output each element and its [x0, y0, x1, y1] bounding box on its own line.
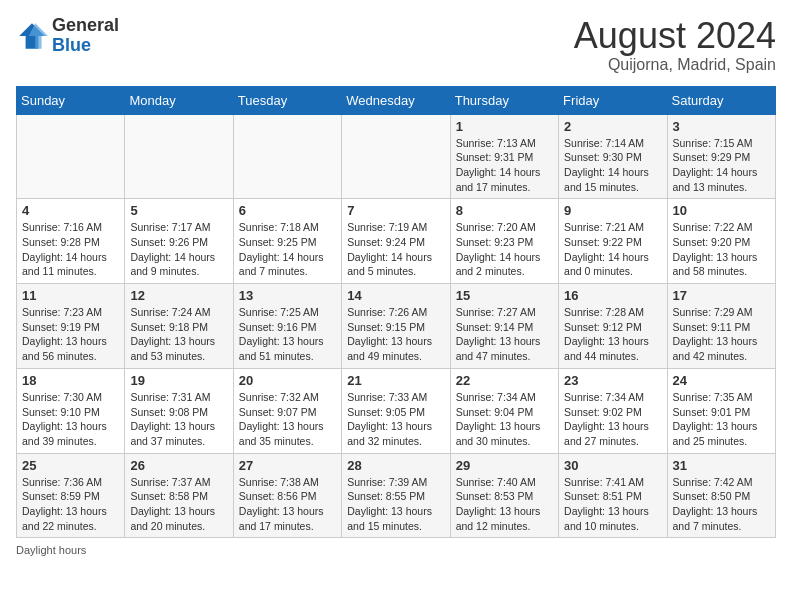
day-info: Sunrise: 7:35 AMSunset: 9:01 PMDaylight:… — [673, 390, 770, 449]
weekday-header: Wednesday — [342, 86, 450, 114]
calendar-cell: 9Sunrise: 7:21 AMSunset: 9:22 PMDaylight… — [559, 199, 667, 284]
day-info: Sunrise: 7:17 AMSunset: 9:26 PMDaylight:… — [130, 220, 227, 279]
calendar-cell: 28Sunrise: 7:39 AMSunset: 8:55 PMDayligh… — [342, 453, 450, 538]
day-info: Sunrise: 7:19 AMSunset: 9:24 PMDaylight:… — [347, 220, 444, 279]
calendar-cell: 4Sunrise: 7:16 AMSunset: 9:28 PMDaylight… — [17, 199, 125, 284]
calendar-cell: 13Sunrise: 7:25 AMSunset: 9:16 PMDayligh… — [233, 284, 341, 369]
weekday-header-row: SundayMondayTuesdayWednesdayThursdayFrid… — [17, 86, 776, 114]
day-number: 13 — [239, 288, 336, 303]
day-number: 20 — [239, 373, 336, 388]
day-number: 23 — [564, 373, 661, 388]
day-info: Sunrise: 7:23 AMSunset: 9:19 PMDaylight:… — [22, 305, 119, 364]
calendar-cell: 29Sunrise: 7:40 AMSunset: 8:53 PMDayligh… — [450, 453, 558, 538]
weekday-header: Friday — [559, 86, 667, 114]
day-info: Sunrise: 7:40 AMSunset: 8:53 PMDaylight:… — [456, 475, 553, 534]
day-number: 9 — [564, 203, 661, 218]
calendar-cell: 8Sunrise: 7:20 AMSunset: 9:23 PMDaylight… — [450, 199, 558, 284]
day-number: 25 — [22, 458, 119, 473]
calendar-cell: 26Sunrise: 7:37 AMSunset: 8:58 PMDayligh… — [125, 453, 233, 538]
day-info: Sunrise: 7:36 AMSunset: 8:59 PMDaylight:… — [22, 475, 119, 534]
day-info: Sunrise: 7:41 AMSunset: 8:51 PMDaylight:… — [564, 475, 661, 534]
calendar-cell: 2Sunrise: 7:14 AMSunset: 9:30 PMDaylight… — [559, 114, 667, 199]
day-info: Sunrise: 7:31 AMSunset: 9:08 PMDaylight:… — [130, 390, 227, 449]
calendar-cell: 23Sunrise: 7:34 AMSunset: 9:02 PMDayligh… — [559, 368, 667, 453]
day-number: 17 — [673, 288, 770, 303]
day-info: Sunrise: 7:32 AMSunset: 9:07 PMDaylight:… — [239, 390, 336, 449]
day-number: 30 — [564, 458, 661, 473]
day-number: 22 — [456, 373, 553, 388]
calendar-cell: 21Sunrise: 7:33 AMSunset: 9:05 PMDayligh… — [342, 368, 450, 453]
day-info: Sunrise: 7:13 AMSunset: 9:31 PMDaylight:… — [456, 136, 553, 195]
day-number: 4 — [22, 203, 119, 218]
calendar-cell: 7Sunrise: 7:19 AMSunset: 9:24 PMDaylight… — [342, 199, 450, 284]
calendar-cell: 12Sunrise: 7:24 AMSunset: 9:18 PMDayligh… — [125, 284, 233, 369]
day-info: Sunrise: 7:21 AMSunset: 9:22 PMDaylight:… — [564, 220, 661, 279]
calendar-week-row: 1Sunrise: 7:13 AMSunset: 9:31 PMDaylight… — [17, 114, 776, 199]
day-number: 7 — [347, 203, 444, 218]
calendar-cell — [342, 114, 450, 199]
day-info: Sunrise: 7:42 AMSunset: 8:50 PMDaylight:… — [673, 475, 770, 534]
calendar-cell: 31Sunrise: 7:42 AMSunset: 8:50 PMDayligh… — [667, 453, 775, 538]
calendar-week-row: 4Sunrise: 7:16 AMSunset: 9:28 PMDaylight… — [17, 199, 776, 284]
day-info: Sunrise: 7:28 AMSunset: 9:12 PMDaylight:… — [564, 305, 661, 364]
calendar-cell: 16Sunrise: 7:28 AMSunset: 9:12 PMDayligh… — [559, 284, 667, 369]
logo-general-text: General — [52, 15, 119, 35]
calendar-week-row: 25Sunrise: 7:36 AMSunset: 8:59 PMDayligh… — [17, 453, 776, 538]
calendar-week-row: 11Sunrise: 7:23 AMSunset: 9:19 PMDayligh… — [17, 284, 776, 369]
day-number: 12 — [130, 288, 227, 303]
weekday-header: Sunday — [17, 86, 125, 114]
calendar-cell: 30Sunrise: 7:41 AMSunset: 8:51 PMDayligh… — [559, 453, 667, 538]
day-number: 26 — [130, 458, 227, 473]
calendar-week-row: 18Sunrise: 7:30 AMSunset: 9:10 PMDayligh… — [17, 368, 776, 453]
day-info: Sunrise: 7:30 AMSunset: 9:10 PMDaylight:… — [22, 390, 119, 449]
day-number: 21 — [347, 373, 444, 388]
day-number: 18 — [22, 373, 119, 388]
weekday-header: Thursday — [450, 86, 558, 114]
day-number: 10 — [673, 203, 770, 218]
day-number: 15 — [456, 288, 553, 303]
day-info: Sunrise: 7:38 AMSunset: 8:56 PMDaylight:… — [239, 475, 336, 534]
footer-note: Daylight hours — [16, 544, 776, 556]
logo: General Blue — [16, 16, 119, 56]
calendar-cell: 17Sunrise: 7:29 AMSunset: 9:11 PMDayligh… — [667, 284, 775, 369]
calendar-cell: 24Sunrise: 7:35 AMSunset: 9:01 PMDayligh… — [667, 368, 775, 453]
calendar-cell: 25Sunrise: 7:36 AMSunset: 8:59 PMDayligh… — [17, 453, 125, 538]
day-number: 19 — [130, 373, 227, 388]
day-number: 16 — [564, 288, 661, 303]
day-info: Sunrise: 7:34 AMSunset: 9:04 PMDaylight:… — [456, 390, 553, 449]
weekday-header: Tuesday — [233, 86, 341, 114]
weekday-header: Saturday — [667, 86, 775, 114]
calendar-cell — [125, 114, 233, 199]
day-info: Sunrise: 7:37 AMSunset: 8:58 PMDaylight:… — [130, 475, 227, 534]
day-info: Sunrise: 7:39 AMSunset: 8:55 PMDaylight:… — [347, 475, 444, 534]
calendar-table: SundayMondayTuesdayWednesdayThursdayFrid… — [16, 86, 776, 539]
logo-blue-text: Blue — [52, 35, 91, 55]
page-header: General Blue August 2024 Quijorna, Madri… — [16, 16, 776, 74]
day-info: Sunrise: 7:15 AMSunset: 9:29 PMDaylight:… — [673, 136, 770, 195]
day-info: Sunrise: 7:25 AMSunset: 9:16 PMDaylight:… — [239, 305, 336, 364]
day-number: 2 — [564, 119, 661, 134]
calendar-cell: 19Sunrise: 7:31 AMSunset: 9:08 PMDayligh… — [125, 368, 233, 453]
calendar-cell: 14Sunrise: 7:26 AMSunset: 9:15 PMDayligh… — [342, 284, 450, 369]
day-number: 1 — [456, 119, 553, 134]
day-number: 28 — [347, 458, 444, 473]
calendar-cell: 1Sunrise: 7:13 AMSunset: 9:31 PMDaylight… — [450, 114, 558, 199]
month-year: August 2024 — [574, 16, 776, 56]
calendar-cell: 5Sunrise: 7:17 AMSunset: 9:26 PMDaylight… — [125, 199, 233, 284]
day-info: Sunrise: 7:34 AMSunset: 9:02 PMDaylight:… — [564, 390, 661, 449]
calendar-cell: 10Sunrise: 7:22 AMSunset: 9:20 PMDayligh… — [667, 199, 775, 284]
calendar-cell: 6Sunrise: 7:18 AMSunset: 9:25 PMDaylight… — [233, 199, 341, 284]
day-number: 3 — [673, 119, 770, 134]
logo-icon — [16, 20, 48, 52]
day-info: Sunrise: 7:16 AMSunset: 9:28 PMDaylight:… — [22, 220, 119, 279]
day-number: 14 — [347, 288, 444, 303]
weekday-header: Monday — [125, 86, 233, 114]
day-info: Sunrise: 7:29 AMSunset: 9:11 PMDaylight:… — [673, 305, 770, 364]
day-number: 24 — [673, 373, 770, 388]
location: Quijorna, Madrid, Spain — [574, 56, 776, 74]
calendar-cell: 15Sunrise: 7:27 AMSunset: 9:14 PMDayligh… — [450, 284, 558, 369]
day-info: Sunrise: 7:14 AMSunset: 9:30 PMDaylight:… — [564, 136, 661, 195]
day-number: 8 — [456, 203, 553, 218]
day-info: Sunrise: 7:27 AMSunset: 9:14 PMDaylight:… — [456, 305, 553, 364]
day-number: 6 — [239, 203, 336, 218]
